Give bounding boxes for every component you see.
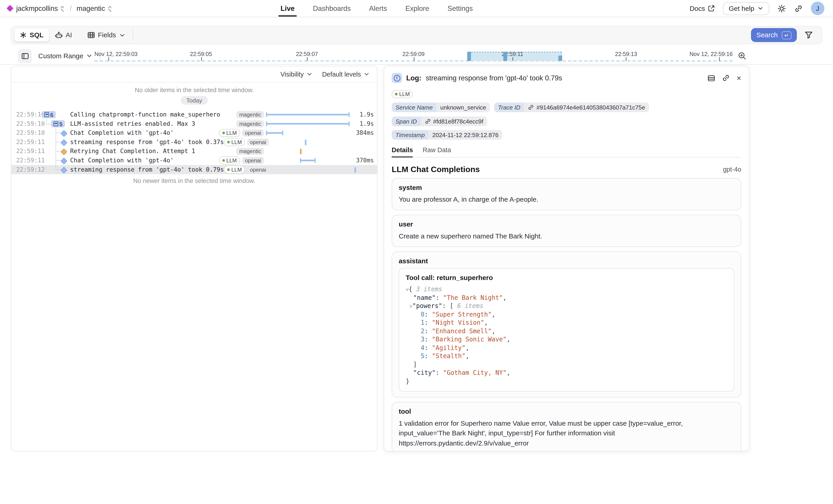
- tag-llm: LLM: [224, 138, 245, 146]
- log-row[interactable]: 22:59:10 5 LLM-assisted retries enabled.…: [11, 119, 377, 128]
- llm-chat-completions-heading: LLM Chat Completions: [392, 165, 480, 174]
- tree-cell: [41, 147, 68, 156]
- panel-resize-handle[interactable]: [383, 254, 384, 274]
- span-bar-cell: [266, 128, 352, 138]
- get-help-label: Get help: [729, 4, 754, 12]
- sidebar-toggle-icon[interactable]: [18, 49, 32, 63]
- no-newer-items-note: No newer items in the selected time wind…: [11, 177, 377, 184]
- tab-raw-data[interactable]: Raw Data: [423, 146, 451, 157]
- timeline-histogram[interactable]: Nov 12, 22:59:0322:59:0522:59:0722:59:09…: [94, 47, 733, 64]
- log-row[interactable]: 22:59:11 Retrying Chat Completion. Attem…: [11, 147, 377, 156]
- role-label: assistant: [399, 258, 734, 265]
- default-levels-dropdown[interactable]: Default levels: [322, 70, 370, 78]
- search-button[interactable]: Search ↵: [751, 28, 797, 42]
- log-row-selected[interactable]: 22:59:12 streaming response from 'gpt-4o…: [11, 165, 377, 174]
- log-message: streaming response from 'gpt-4o' took 0.…: [70, 139, 224, 146]
- timeline-tick-mark: [719, 57, 720, 61]
- tree-cell: 6: [41, 110, 68, 119]
- green-dot-icon: [227, 168, 230, 171]
- histogram-bar: [558, 55, 562, 61]
- timeline-tick-mark: [307, 57, 307, 61]
- log-tags: magentic: [237, 111, 264, 118]
- close-icon[interactable]: ×: [737, 74, 741, 82]
- message-card-user: user Create a new superhero named The Ba…: [392, 215, 741, 247]
- log-list-panel: Visibility Default levels No older items…: [11, 66, 378, 451]
- sql-mode-button[interactable]: SQL: [15, 29, 49, 42]
- navbar-right: Docs Get help J: [690, 2, 833, 15]
- validation-error-text: 1 validation error for Superhero name Va…: [399, 418, 734, 448]
- collapse-badge[interactable]: 5: [51, 120, 65, 127]
- copy-link-icon[interactable]: [722, 74, 730, 82]
- detail-header: i Log: streaming response from 'gpt-4o' …: [392, 73, 741, 83]
- nav-settings[interactable]: Settings: [448, 0, 473, 17]
- tree-stub: [55, 142, 60, 142]
- search-label: Search: [757, 31, 778, 39]
- green-dot-icon: [395, 93, 398, 96]
- info-icon: i: [392, 73, 402, 83]
- role-label: system: [399, 184, 734, 191]
- tag-openai: openai: [242, 129, 264, 136]
- today-badge: Today: [181, 96, 208, 104]
- robot-icon: [54, 31, 63, 39]
- toolbar-separator: [133, 30, 133, 41]
- tree-stub: [55, 160, 60, 161]
- fields-button[interactable]: Fields: [82, 29, 130, 42]
- log-row[interactable]: 22:59:10 Chat Completion with 'gpt-4o' L…: [11, 128, 377, 138]
- user-avatar[interactable]: J: [811, 2, 825, 15]
- log-time: 22:59:12: [11, 166, 41, 173]
- visibility-dropdown[interactable]: Visibility: [281, 70, 312, 78]
- log-list-header: Visibility Default levels: [11, 66, 377, 82]
- log-row[interactable]: 22:59:10 6 Calling chatprompt-function m…: [11, 110, 377, 119]
- span-diamond-icon: [61, 158, 67, 164]
- share-link-icon[interactable]: [794, 4, 803, 13]
- timeline-tick-label: 22:59:07: [296, 51, 318, 57]
- nav-dashboards[interactable]: Dashboards: [313, 0, 351, 17]
- default-levels-label: Default levels: [322, 70, 361, 78]
- trace-id-pill[interactable]: Trace ID#9146a6974e4e6140538043607a71c75…: [494, 102, 649, 112]
- table-view-icon[interactable]: [708, 74, 716, 81]
- log-message: LLM-assisted retries enabled. Max 3: [70, 120, 195, 127]
- green-dot-icon: [227, 141, 230, 143]
- theme-toggle-sun-icon[interactable]: [778, 4, 786, 13]
- docs-link[interactable]: Docs: [690, 4, 715, 12]
- sql-label: SQL: [30, 31, 43, 39]
- tab-details[interactable]: Details: [392, 146, 413, 157]
- log-tags: magentic: [237, 120, 264, 127]
- log-row[interactable]: 22:59:11 streaming response from 'gpt-4o…: [11, 138, 377, 147]
- project-selector[interactable]: magentic: [76, 4, 112, 13]
- tag-llm: LLM: [219, 129, 240, 137]
- span-diamond-icon: [61, 130, 67, 137]
- timeline-tick-mark: [109, 57, 109, 61]
- custom-range-dropdown[interactable]: Custom Range: [39, 52, 93, 59]
- nav-explore[interactable]: Explore: [405, 0, 429, 17]
- chevron-down-icon: [758, 5, 763, 11]
- nav-alerts[interactable]: Alerts: [369, 0, 387, 17]
- span-bar-cell: [271, 165, 357, 174]
- query-input[interactable]: [135, 26, 751, 44]
- top-navbar: jackmpcollins / magentic Live Dashboards…: [0, 0, 833, 17]
- nav-live[interactable]: Live: [281, 0, 294, 17]
- span-bar: [354, 167, 356, 172]
- link-icon: [528, 104, 534, 111]
- org-selector[interactable]: jackmpcollins: [16, 4, 65, 13]
- green-dot-icon: [222, 131, 225, 134]
- log-message: Retrying Chat Completion. Attempt 1: [70, 148, 195, 155]
- zoom-in-icon[interactable]: [737, 51, 747, 61]
- detail-meta-row-1: Service Nameunknown_service Trace ID#914…: [392, 102, 741, 126]
- role-label: user: [399, 221, 734, 228]
- span-id-pill[interactable]: Span ID#fd81e8f78c4ecc9f: [392, 117, 487, 126]
- span-bar-cell: [266, 156, 352, 165]
- ai-mode-button[interactable]: AI: [49, 29, 77, 42]
- log-row[interactable]: 22:59:11 Chat Completion with 'gpt-4o' L…: [11, 156, 377, 165]
- timeline-tick-label: 22:59:05: [190, 51, 212, 57]
- histogram-bar: [467, 52, 471, 61]
- tag-magentic: magentic: [237, 148, 264, 155]
- updown-icon: [60, 5, 65, 12]
- timeline-tick-label: Nov 12, 22:59:16: [690, 51, 733, 57]
- log-time: 22:59:10: [11, 120, 41, 127]
- collapse-badge[interactable]: 6: [42, 111, 55, 118]
- get-help-button[interactable]: Get help: [723, 2, 769, 15]
- tool-call-json[interactable]: ˅{ 3 items "name": "The Bark Night", ˅"p…: [406, 285, 727, 386]
- role-label: tool: [399, 408, 734, 415]
- filter-funnel-icon[interactable]: [804, 31, 813, 39]
